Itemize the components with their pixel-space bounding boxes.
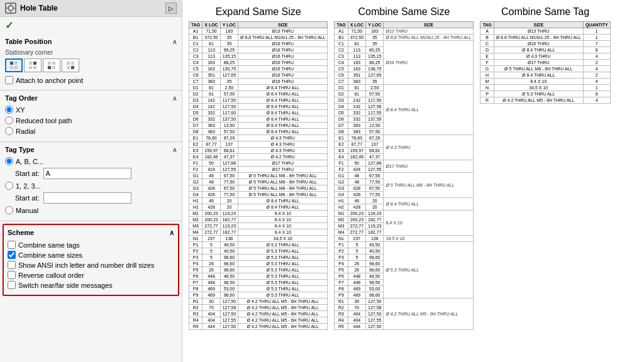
table-row: B1372,5035Ø 8,8 THRU ALL M10x1.25 - 6H T…: [189, 35, 328, 41]
tag-type-section: Tag Type ∧ A, B, C... Start at: 1, 2, 3.…: [0, 142, 182, 221]
expand-col-tag: TAG: [189, 22, 203, 28]
tag-order-xy-label: XY: [16, 106, 25, 114]
table-row: F2424127,55Ø17 THRU: [189, 167, 328, 173]
svg-rect-7: [14, 62, 18, 65]
table-row: M8.4 X 104: [480, 79, 610, 85]
tag-order-xy-radio[interactable]: [5, 106, 13, 114]
table-row: HØ 8.4 THRU ALL2: [480, 72, 610, 79]
table-row: C18135Ø16 THRU: [335, 41, 474, 47]
scheme-combine-sizes-checkbox[interactable]: [8, 251, 16, 259]
svg-rect-6: [10, 62, 13, 65]
corner-btn-bottomleft[interactable]: [43, 58, 60, 72]
tag-order-reduced-radio[interactable]: [5, 116, 13, 124]
table-row: C18135Ø16 THRU: [189, 41, 328, 47]
svg-rect-11: [33, 62, 36, 65]
table-row: AØ13 THRU1: [480, 28, 610, 35]
scheme-switch-checkbox[interactable]: [8, 281, 16, 289]
corner-btn-topleft[interactable]: [5, 58, 23, 72]
table-row: A171,50183Ø13 THRU: [189, 28, 328, 35]
expand-same-size-table: TAG X LOC Y LOC SIZE A171,50183Ø13 THRUB…: [189, 21, 328, 330]
table-row: B1372,5035Ø 8,8 THRU ALL M10x1,25 - 6H T…: [335, 35, 474, 41]
table-row: N123713834,5 X 10: [189, 236, 328, 242]
scheme-combine-tags-row: Combine same tags: [8, 241, 174, 249]
attach-anchor-row: Attach to anchor point: [5, 76, 177, 84]
tag-type-header: Tag Type ∧: [5, 146, 177, 153]
tag-order-label: Tag Order: [5, 94, 38, 102]
table-row: C738335Ø16 THRU: [189, 79, 328, 85]
scheme-ansi-row: Show ANSI inch letter and number drill s…: [8, 261, 174, 269]
table-row: D838357,50Ø 8.4 THRU ALL: [189, 129, 328, 135]
tag-type-alpha-radio[interactable]: [5, 157, 13, 165]
table-row: H14620Ø 8.4 THRU ALL: [189, 198, 328, 204]
start-at-alpha-row: Start at:: [15, 168, 177, 179]
scheme-switch-label: Switch near/far side messages: [18, 282, 113, 289]
expand-table-header-row: TAG X LOC Y LOC SIZE: [189, 22, 328, 28]
expand-col-size: SIZE: [238, 22, 328, 28]
table-position-chevron: ∧: [172, 38, 177, 45]
table-row: P52698,60Ø 5.3 THRU ALL: [189, 267, 328, 273]
table-row: R4404127,55Ø 4.2 THRU ALL M5 - 6H THRU A…: [189, 317, 328, 324]
svg-rect-17: [52, 66, 55, 69]
hole-table-icon: [5, 3, 16, 14]
table-row: M1200,23119,238.4 X 10: [335, 211, 474, 217]
combine-same-size-table: TAG X LOC Y LOC SIZE A171,50183Ø13 THRUB…: [334, 21, 474, 330]
table-row: P946998,60Ø 5.3 THRU ALL: [189, 292, 328, 299]
panel-header: Hole Table ▷: [0, 0, 182, 17]
checkmark-row: ✓: [0, 17, 182, 34]
start-at-num-input[interactable]: [43, 192, 131, 204]
scheme-reverse-label: Reverse callout order: [18, 272, 84, 279]
svg-rect-18: [67, 62, 70, 65]
tag-order-radial-radio[interactable]: [5, 127, 13, 135]
table-row: N123713834,5 X 10: [335, 236, 474, 242]
combine-same-tag-title: Combine Same Tag: [501, 6, 589, 18]
table-row: R3404127,50Ø 4.2 THRU ALL M5 - 6H THRU A…: [189, 311, 328, 317]
scheme-ansi-checkbox[interactable]: [8, 261, 16, 269]
combine-size-col-size: SIZE: [384, 22, 474, 28]
tag-type-numeric-radio[interactable]: [5, 182, 13, 190]
table-row: RØ 4.2 THRU ALL M5 - 6H THRU ALL4: [480, 97, 610, 104]
stationary-corner-label: Stationary corner: [5, 49, 177, 56]
table-row: E178,6087,29Ø 4.3 THRU: [335, 135, 474, 141]
combine-size-col-xloc: X LOC: [348, 22, 365, 28]
corner-buttons-row: [5, 58, 177, 72]
table-row: G342867,50Ø 5 THRU ALL M8 - 8H THRU ALL: [189, 185, 328, 192]
tag-order-chevron: ∧: [172, 95, 177, 102]
table-row: F150127,68Ø17 THRU: [335, 160, 474, 167]
start-at-num-row: Start at:: [15, 192, 177, 204]
scheme-reverse-row: Reverse callout order: [8, 271, 174, 279]
corner-btn-bottomright[interactable]: [62, 58, 79, 72]
table-row: C5163130,75Ø16 THRU: [189, 66, 328, 72]
combine-same-size-title: Combine Same Size: [358, 6, 450, 18]
table-row: A171,50183Ø13 THRU: [335, 28, 474, 35]
combine-tag-col-size: SIZE: [494, 22, 583, 28]
table-row: F150127,68Ø17 THRU: [189, 160, 328, 167]
scheme-combine-tags-checkbox[interactable]: [8, 241, 16, 249]
table-row: R130127,50Ø 4.2 THRU ALL M5 - 6H THRU AL…: [335, 299, 474, 305]
svg-rect-9: [14, 66, 18, 69]
panel-expand-button[interactable]: ▷: [165, 3, 177, 14]
table-row: E287,77137Ø 4.3 THRU: [189, 141, 328, 148]
tag-order-radial-row: Radial: [5, 127, 177, 135]
panel-title: Hole Table: [20, 4, 58, 13]
table-row: E178,6087,29Ø 4.3 THRU: [189, 135, 328, 141]
tag-type-numeric-label: 1, 2, 3...: [16, 182, 41, 190]
table-row: D4142127,50Ø 8.4 THRU ALL: [189, 104, 328, 110]
table-row: CØ16 THRU7: [480, 41, 610, 47]
attach-anchor-checkbox[interactable]: [5, 76, 13, 84]
scheme-reverse-checkbox[interactable]: [8, 271, 16, 279]
combine-size-col-tag: TAG: [335, 22, 348, 28]
start-at-alpha-input[interactable]: [43, 168, 131, 179]
table-row: DØ 8.4 THRU ALL8: [480, 47, 610, 53]
corner-btn-topright[interactable]: [24, 58, 42, 72]
scheme-switch-row: Switch near/far side messages: [8, 281, 174, 289]
svg-rect-12: [29, 66, 32, 69]
tag-type-manual-radio[interactable]: [5, 206, 13, 214]
table-row: M1200,23119,238.4 X 10: [189, 211, 328, 217]
tag-type-alpha-row: A, B, C...: [5, 157, 177, 165]
table-row: R5444127,50Ø 4.2 THRU ALL M5 - 8H THRU A…: [189, 324, 328, 330]
table-position-label: Table Position: [5, 38, 52, 45]
table-row: D5332117,00Ø 8.4 THRU ALL: [189, 110, 328, 116]
tag-order-reduced-row: Reduced tool path: [5, 116, 177, 124]
table-row: FØ17 THRU2: [480, 60, 610, 66]
table-row: P1549,50Ø 5.3 THRU ALL: [189, 242, 328, 248]
